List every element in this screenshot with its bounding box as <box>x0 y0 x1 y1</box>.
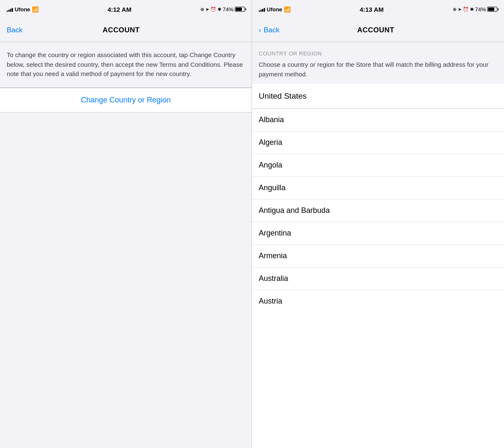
nav-bar-left: Back ACCOUNT <box>0 18 252 42</box>
alarm-icon-left: ⏰ <box>210 7 216 12</box>
info-text: To change the country or region associat… <box>7 50 245 79</box>
time-right: 4:13 AM <box>360 6 383 13</box>
status-left-right: Ufone 📶 <box>259 6 291 13</box>
status-left-left: Ufone 📶 <box>7 6 39 13</box>
alarm-icon-right: ⏰ <box>463 7 469 12</box>
bluetooth-icon-left: ✱ <box>218 7 221 12</box>
country-item[interactable]: Antigua and Barbuda <box>252 199 504 222</box>
right-screen: Ufone 📶 4:13 AM ⊕ ➤ ⏰ ✱ 74% ‹ Back ACCOU… <box>252 0 504 448</box>
time-left: 4:12 AM <box>108 6 131 13</box>
country-item[interactable]: Armenia <box>252 245 504 267</box>
status-bar-left: Ufone 📶 4:12 AM ⊕ ➤ ⏰ ✱ 74% <box>0 0 252 18</box>
country-item[interactable]: Angola <box>252 154 504 177</box>
country-item[interactable]: Austria <box>252 290 504 312</box>
nav-title-right: ACCOUNT <box>357 26 394 34</box>
status-right-right: ⊕ ➤ ⏰ ✱ 74% <box>453 6 497 13</box>
battery-percent-left: 74% <box>223 6 234 13</box>
country-item[interactable]: United States <box>252 84 504 109</box>
battery-percent-right: 74% <box>475 6 486 13</box>
back-button-left[interactable]: Back <box>7 26 23 34</box>
country-item[interactable]: Albania <box>252 109 504 131</box>
change-country-section[interactable]: Change Country or Region <box>0 88 252 113</box>
info-section: To change the country or region associat… <box>0 42 252 88</box>
arrow-icon-right: ➤ <box>458 7 462 12</box>
nav-bar-right: ‹ Back ACCOUNT <box>252 18 504 42</box>
left-screen: Ufone 📶 4:12 AM ⊕ ➤ ⏰ ✱ 74% Back ACCOUNT… <box>0 0 252 448</box>
carrier-label-left: Ufone <box>15 6 30 13</box>
country-item[interactable]: Argentina <box>252 222 504 245</box>
status-right-left: ⊕ ➤ ⏰ ✱ 74% <box>200 6 245 13</box>
country-list[interactable]: United StatesAlbaniaAlgeriaAngolaAnguill… <box>252 84 504 448</box>
wifi-icon-left: 📶 <box>32 6 39 13</box>
battery-icon-left <box>235 7 245 12</box>
wifi-icon-right: 📶 <box>284 6 291 13</box>
battery-icon-right <box>487 7 497 12</box>
signal-icon-right <box>259 7 265 12</box>
arrow-icon-left: ➤ <box>205 7 209 12</box>
country-item[interactable]: Australia <box>252 267 504 290</box>
location-icon-left: ⊕ <box>200 7 204 12</box>
change-country-button[interactable]: Change Country or Region <box>81 96 171 105</box>
bluetooth-icon-right: ✱ <box>470 7 474 12</box>
empty-area-left <box>0 113 252 448</box>
country-section-header: COUNTRY OR REGION Choose a country or re… <box>252 42 504 84</box>
signal-icon <box>7 7 13 12</box>
back-button-right[interactable]: ‹ Back <box>259 26 279 34</box>
carrier-label-right: Ufone <box>267 6 282 13</box>
section-heading: COUNTRY OR REGION <box>259 50 497 57</box>
section-description: Choose a country or region for the Store… <box>259 60 497 79</box>
location-icon-right: ⊕ <box>453 7 457 12</box>
status-bar-right: Ufone 📶 4:13 AM ⊕ ➤ ⏰ ✱ 74% <box>252 0 504 18</box>
country-item[interactable]: Algeria <box>252 131 504 154</box>
country-item[interactable]: Anguilla <box>252 177 504 199</box>
nav-title-left: ACCOUNT <box>102 26 140 34</box>
